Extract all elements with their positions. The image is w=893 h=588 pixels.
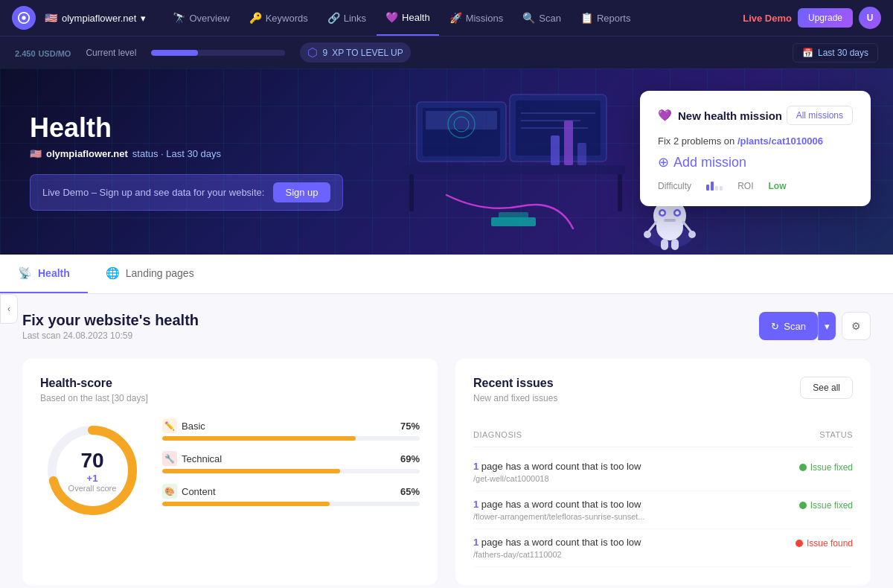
- mission-card-header: 💜 New health mission All missions: [658, 106, 853, 125]
- bar-technical-header: 🔧 Technical 69%: [162, 451, 420, 466]
- status-dot-found-2: [796, 540, 803, 547]
- bar-basic: ✏️ Basic 75%: [162, 418, 420, 441]
- health-score-title: Health-score: [40, 377, 420, 390]
- bar-basic-header: ✏️ Basic 75%: [162, 418, 420, 433]
- nav-item-overview[interactable]: 🔭Overview: [164, 0, 238, 36]
- settings-button[interactable]: ⚙: [842, 312, 871, 340]
- status-text-2: Issue found: [807, 538, 853, 549]
- mission-card: 💜 New health mission All missions Fix 2 …: [640, 91, 871, 206]
- svg-rect-14: [618, 174, 622, 211]
- issue-title-1: 1 page has a word count that is too low: [473, 499, 787, 510]
- nav-item-reports[interactable]: 📋Reports: [572, 0, 640, 36]
- xp-badge: ⬡ 9 XP TO LEVEL UP: [300, 42, 410, 63]
- scan-dropdown-button[interactable]: ▾: [818, 312, 836, 340]
- bar-technical-icon: 🔧: [162, 451, 177, 466]
- bar-basic-pct: 75%: [400, 421, 420, 432]
- nav-item-health[interactable]: 💜Health: [377, 0, 439, 36]
- scroll-left-arrow[interactable]: ‹: [0, 294, 18, 324]
- section-subtitle: Last scan 24.08.2023 10:59: [22, 330, 199, 341]
- svg-rect-19: [499, 212, 528, 220]
- hero-title: Health: [30, 112, 343, 144]
- nav-item-links[interactable]: 🔗Links: [319, 0, 375, 36]
- status-badge-1: Issue fixed: [799, 499, 853, 511]
- tab-landing-pages[interactable]: 🌐 Landing pages: [88, 255, 212, 293]
- chevron-down-icon: ▾: [141, 13, 146, 24]
- live-demo-banner: Live Demo – Sign up and see data for you…: [30, 174, 343, 211]
- nav-item-scan[interactable]: 🔍Scan: [513, 0, 570, 36]
- hero-subtitle: 🇺🇸 olympiaflower.net status · Last 30 da…: [30, 148, 343, 159]
- section-title-group: Fix your website's health Last scan 24.0…: [22, 312, 199, 341]
- site-name: olympiaflower.net: [62, 13, 136, 24]
- diagnosis-col-label: DIAGNOSIS: [473, 430, 522, 439]
- issues-columns: DIAGNOSIS STATUS: [473, 423, 853, 447]
- price-unit: USD/MO: [38, 49, 71, 58]
- avatar[interactable]: U: [859, 7, 881, 29]
- scan-button-group: ↻ Scan ▾: [759, 312, 836, 340]
- recent-issues-title: Recent issues: [473, 377, 557, 390]
- status-badge-0: Issue fixed: [799, 461, 853, 473]
- bar-basic-fill: [162, 436, 356, 441]
- issue-url-2: /fathers-day/cat1110002: [473, 550, 784, 559]
- issue-row-0: 1 page has a word count that is too low …: [473, 453, 853, 491]
- issue-url-1: /flower-arrangement/telefloras-sunrise-s…: [473, 512, 787, 521]
- xp-icon: ⬡: [307, 45, 318, 60]
- site-selector[interactable]: 🇺🇸 olympiaflower.net ▾: [45, 12, 146, 24]
- issue-row-1: 1 page has a word count that is too low …: [473, 491, 853, 529]
- logo[interactable]: [12, 6, 36, 30]
- bar-content-fill: [162, 502, 330, 506]
- svg-rect-15: [551, 135, 560, 165]
- score-section: 70 +1 Overall score ✏️ Basic 75%: [40, 418, 420, 523]
- mission-meta: Difficulty ROI Low: [658, 181, 853, 191]
- tab-health[interactable]: 📡 Health: [0, 255, 88, 293]
- bar-content-icon: 🎨: [162, 484, 177, 499]
- level-label: Current level: [86, 48, 136, 58]
- svg-rect-12: [402, 165, 625, 174]
- all-missions-button[interactable]: All missions: [787, 106, 853, 125]
- section-header: Fix your website's health Last scan 24.0…: [22, 312, 871, 341]
- hero-site: olympiaflower.net: [46, 148, 128, 159]
- status-col-label: STATUS: [819, 430, 853, 439]
- scan-button[interactable]: ↻ Scan: [759, 312, 818, 340]
- bar-basic-icon: ✏️: [162, 418, 177, 433]
- section-title: Fix your website's health: [22, 312, 199, 329]
- hero-content: Health 🇺🇸 olympiaflower.net status · Las…: [30, 112, 343, 211]
- score-bars: ✏️ Basic 75% 🔧 Tec: [162, 418, 420, 506]
- date-filter[interactable]: 📅 Last 30 days: [793, 43, 878, 63]
- svg-rect-4: [426, 111, 497, 130]
- status-text-1: Issue fixed: [810, 500, 853, 511]
- add-mission-link[interactable]: ⊕ Add mission: [658, 154, 853, 170]
- nav-item-keywords[interactable]: 🔑Keywords: [240, 0, 317, 36]
- date-filter-label: Last 30 days: [818, 48, 868, 58]
- bar-technical-fill: [162, 469, 340, 473]
- gear-icon: ⚙: [851, 320, 861, 332]
- signup-button[interactable]: Sign up: [273, 182, 330, 202]
- level-progress: [151, 50, 285, 56]
- main-content: Fix your website's health Last scan 24.0…: [0, 294, 893, 588]
- bar-technical: 🔧 Technical 69%: [162, 451, 420, 473]
- xp-value: 9: [322, 48, 327, 58]
- svg-point-31: [688, 231, 696, 238]
- level-progress-fill: [151, 50, 198, 56]
- svg-rect-17: [577, 143, 586, 165]
- recent-issues-title-group: Recent issues New and fixed issues: [473, 377, 557, 418]
- donut-delta: +1: [68, 473, 117, 484]
- flag-icon: 🇺🇸: [45, 12, 57, 24]
- mission-link[interactable]: /plants/cat1010006: [737, 135, 823, 147]
- svg-rect-32: [661, 239, 668, 250]
- nav-links: 🔭Overview 🔑Keywords 🔗Links 💜Health 🚀Miss…: [164, 0, 740, 36]
- scan-icon: ↻: [771, 321, 779, 332]
- issue-count-link-1[interactable]: 1: [473, 499, 478, 510]
- bar-content: 🎨 Content 65%: [162, 484, 420, 506]
- issue-count-link-2[interactable]: 1: [473, 537, 478, 548]
- upgrade-button[interactable]: Upgrade: [798, 8, 853, 28]
- recent-issues-card: Recent issues New and fixed issues See a…: [455, 359, 871, 585]
- issue-count-link-0[interactable]: 1: [473, 461, 478, 472]
- svg-rect-13: [409, 174, 414, 211]
- donut-label: Overall score: [68, 484, 117, 493]
- price-tag: 2.450 USD/MO: [15, 47, 71, 59]
- svg-point-26: [676, 211, 679, 215]
- see-all-button[interactable]: See all: [800, 377, 853, 399]
- svg-rect-33: [671, 239, 679, 250]
- nav-item-missions[interactable]: 🚀Missions: [441, 0, 513, 36]
- bar-technical-pct: 69%: [400, 453, 420, 464]
